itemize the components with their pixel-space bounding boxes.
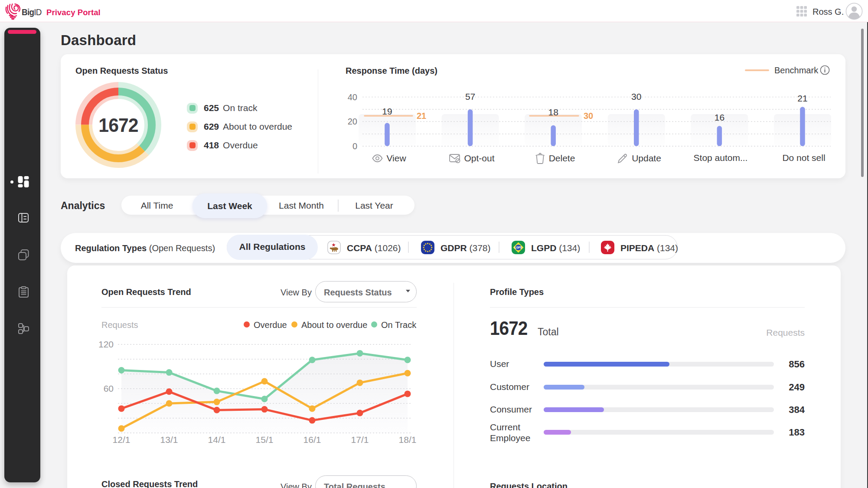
svg-text:19: 19 <box>382 106 392 116</box>
svg-text:40: 40 <box>348 92 357 102</box>
svg-text:57: 57 <box>465 92 475 102</box>
svg-text:16/1: 16/1 <box>303 435 321 445</box>
svg-text:30: 30 <box>631 92 641 102</box>
svg-text:17/1: 17/1 <box>351 435 369 445</box>
svg-text:14/1: 14/1 <box>208 435 226 445</box>
svg-text:18/1: 18/1 <box>399 435 417 445</box>
svg-text:16: 16 <box>715 112 724 122</box>
svg-text:30: 30 <box>584 111 593 121</box>
svg-text:20: 20 <box>348 117 357 126</box>
svg-text:18: 18 <box>548 107 558 117</box>
svg-text:21: 21 <box>417 111 426 121</box>
svg-text:12/1: 12/1 <box>113 435 131 445</box>
svg-text:15/1: 15/1 <box>256 435 274 445</box>
svg-text:21: 21 <box>797 93 807 103</box>
svg-text:LGPD: LGPD <box>514 246 522 249</box>
svg-text:120: 120 <box>98 339 114 349</box>
svg-text:0: 0 <box>352 141 357 151</box>
svg-text:13/1: 13/1 <box>160 435 178 445</box>
svg-text:60: 60 <box>104 383 114 393</box>
